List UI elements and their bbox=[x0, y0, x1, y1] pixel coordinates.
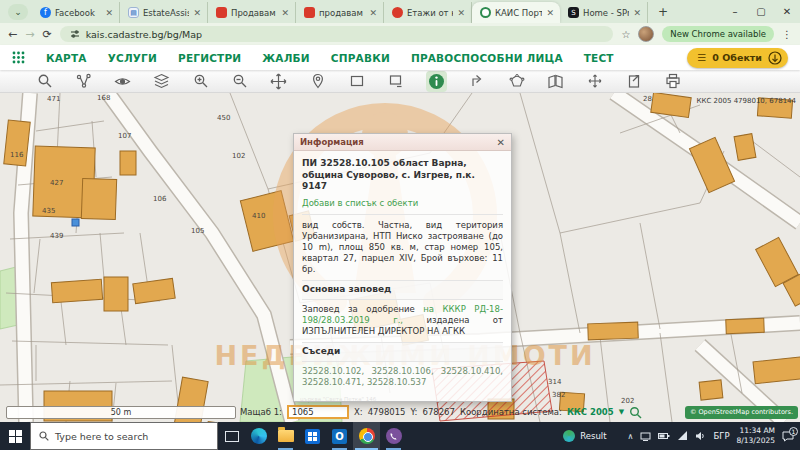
site-settings-icon[interactable] bbox=[70, 29, 80, 39]
print-icon[interactable] bbox=[664, 73, 681, 90]
windows-logo-icon bbox=[9, 430, 22, 443]
tab-kais-portal[interactable]: КАИС Портал ✕ bbox=[472, 2, 560, 23]
tab-etazhi[interactable]: Етажи от къщи в об ✕ bbox=[384, 2, 472, 23]
edge-app-button[interactable] bbox=[245, 422, 272, 450]
weather-label: Result bbox=[580, 431, 606, 441]
export-document-icon[interactable] bbox=[625, 73, 642, 90]
zoom-in-icon[interactable] bbox=[192, 73, 209, 90]
menu-item-zhalbi[interactable]: ЖАЛБИ bbox=[262, 52, 310, 64]
map-book-icon[interactable] bbox=[547, 73, 564, 90]
battery-icon[interactable] bbox=[658, 431, 670, 441]
forward-icon[interactable]: → bbox=[25, 28, 34, 41]
measure-icon[interactable] bbox=[75, 73, 92, 90]
minimize-button[interactable]: – bbox=[722, 0, 748, 23]
polygon-icon[interactable] bbox=[508, 73, 525, 90]
menu-item-spravki[interactable]: СПРАВКИ bbox=[331, 52, 390, 64]
tab-search-button[interactable]: ⌄ bbox=[8, 4, 28, 20]
volume-icon[interactable] bbox=[695, 431, 706, 441]
marker-pin-icon[interactable] bbox=[309, 73, 326, 90]
coordinate-search-icon[interactable] bbox=[629, 406, 642, 419]
order-section-header: Основна заповед bbox=[302, 280, 503, 300]
parcel-label: 410 bbox=[252, 212, 265, 220]
info-icon[interactable] bbox=[426, 71, 447, 92]
store-icon bbox=[305, 429, 320, 444]
objects-count-button[interactable]: ☰ 0 Обекти bbox=[687, 48, 788, 68]
store-app-button[interactable] bbox=[299, 422, 326, 450]
close-icon[interactable]: ✕ bbox=[497, 137, 505, 148]
tab-prodavam-2[interactable]: продавам къща се ✕ bbox=[296, 2, 384, 23]
action-center-button[interactable]: 1 bbox=[782, 431, 794, 442]
apps-grid-icon[interactable] bbox=[12, 51, 25, 64]
outlook-app-button[interactable]: O bbox=[326, 422, 353, 450]
task-view-button[interactable] bbox=[218, 422, 245, 450]
file-explorer-button[interactable] bbox=[272, 422, 299, 450]
move-icon[interactable] bbox=[586, 73, 603, 90]
parcel-label: 102 bbox=[232, 152, 245, 160]
search-icon[interactable] bbox=[36, 73, 53, 90]
browser-tab-strip: ⌄ f Facebook ✕ ▤ EstateAssistant ✕ Прода… bbox=[0, 0, 800, 23]
taskbar-search-box[interactable]: Type here to search bbox=[30, 422, 218, 450]
blue-marker[interactable] bbox=[72, 219, 79, 226]
close-icon[interactable]: ✕ bbox=[369, 8, 377, 18]
close-icon[interactable]: ✕ bbox=[546, 8, 554, 18]
add-to-objects-link[interactable]: Добави в списък с обекти bbox=[302, 198, 503, 215]
x-value: 4798015 bbox=[368, 407, 406, 417]
language-indicator[interactable]: БГР bbox=[713, 431, 729, 441]
tray-expand-icon[interactable]: ∧ bbox=[628, 432, 634, 441]
chrome-icon bbox=[359, 428, 375, 444]
tab-prodavam-1[interactable]: Продавам къща Дв ✕ bbox=[208, 2, 296, 23]
close-icon[interactable]: ✕ bbox=[281, 8, 289, 18]
tab-sproperties[interactable]: S Home - SProperties ✕ bbox=[560, 2, 648, 23]
viber-app-button[interactable] bbox=[380, 422, 407, 450]
url-field[interactable]: kais.cadastre.bg/bg/Map bbox=[60, 26, 614, 42]
close-icon[interactable]: ✕ bbox=[193, 8, 201, 18]
close-icon[interactable]: ✕ bbox=[633, 8, 641, 18]
taskbar-clock[interactable]: 11:34 AM 8/13/2025 bbox=[737, 426, 775, 446]
y-label: Y: bbox=[411, 407, 418, 417]
back-icon[interactable]: ← bbox=[8, 28, 17, 41]
start-button[interactable] bbox=[0, 422, 30, 450]
chrome-app-button[interactable] bbox=[353, 422, 380, 450]
rectangle-icon[interactable] bbox=[348, 73, 365, 90]
network-icon[interactable] bbox=[677, 431, 688, 441]
window-controls: – ▢ ✕ bbox=[722, 0, 800, 23]
menu-item-registri[interactable]: РЕГИСТРИ bbox=[178, 52, 241, 64]
profile-avatar[interactable] bbox=[638, 26, 654, 42]
new-tab-button[interactable]: + bbox=[654, 3, 672, 21]
select-area-icon[interactable] bbox=[387, 73, 404, 90]
parcel-label: 106 bbox=[153, 195, 167, 203]
bookmark-star-icon[interactable]: ☆ bbox=[621, 29, 630, 40]
pointer-arrow-icon[interactable] bbox=[469, 73, 486, 90]
menu-item-pravosposobni-litsa[interactable]: ПРАВОСПОСОБНИ ЛИЦА bbox=[411, 52, 563, 64]
tab-facebook[interactable]: f Facebook ✕ bbox=[32, 2, 120, 23]
parcel-details: вид собств. Частна, вид територия Урбани… bbox=[302, 220, 503, 275]
crs-dropdown-arrow-icon[interactable]: ▼ bbox=[619, 408, 624, 416]
device-icon[interactable] bbox=[640, 431, 651, 442]
weather-icon bbox=[563, 430, 575, 442]
menu-item-test[interactable]: ТЕСТ bbox=[584, 52, 614, 64]
pan-icon[interactable] bbox=[270, 73, 287, 90]
visibility-eye-icon[interactable] bbox=[114, 73, 131, 90]
outlook-icon: O bbox=[332, 429, 347, 444]
crs-dropdown[interactable]: ККС 2005 bbox=[567, 407, 614, 417]
neighbors-list[interactable]: 32528.10.102, 32528.10.106, 32528.10.410… bbox=[302, 366, 503, 388]
scale-input[interactable] bbox=[287, 405, 349, 419]
chrome-update-button[interactable]: New Chrome available bbox=[662, 26, 774, 42]
y-value: 678267 bbox=[422, 407, 454, 417]
menu-item-uslugi[interactable]: УСЛУГИ bbox=[108, 52, 157, 64]
maximize-button[interactable]: ▢ bbox=[748, 0, 774, 23]
reload-icon[interactable]: ⟳ bbox=[42, 28, 51, 41]
info-popup-header[interactable]: Информация ✕ bbox=[294, 134, 511, 151]
menu-item-karta[interactable]: КАРТА bbox=[46, 52, 87, 64]
osm-attribution[interactable]: © OpenStreetMap contributors. bbox=[685, 406, 798, 419]
clock-time: 11:34 AM bbox=[737, 426, 775, 436]
zoom-out-icon[interactable] bbox=[231, 73, 248, 90]
tab-estateassistant[interactable]: ▤ EstateAssistant ✕ bbox=[120, 2, 208, 23]
browser-menu-icon[interactable]: ⋮ bbox=[782, 29, 792, 40]
chevron-down-icon bbox=[768, 51, 782, 65]
weather-taskbar-item[interactable]: Result bbox=[563, 430, 606, 442]
layers-icon[interactable] bbox=[153, 73, 170, 90]
close-icon[interactable]: ✕ bbox=[105, 8, 113, 18]
close-icon[interactable]: ✕ bbox=[457, 8, 465, 18]
close-window-button[interactable]: ✕ bbox=[774, 0, 800, 23]
